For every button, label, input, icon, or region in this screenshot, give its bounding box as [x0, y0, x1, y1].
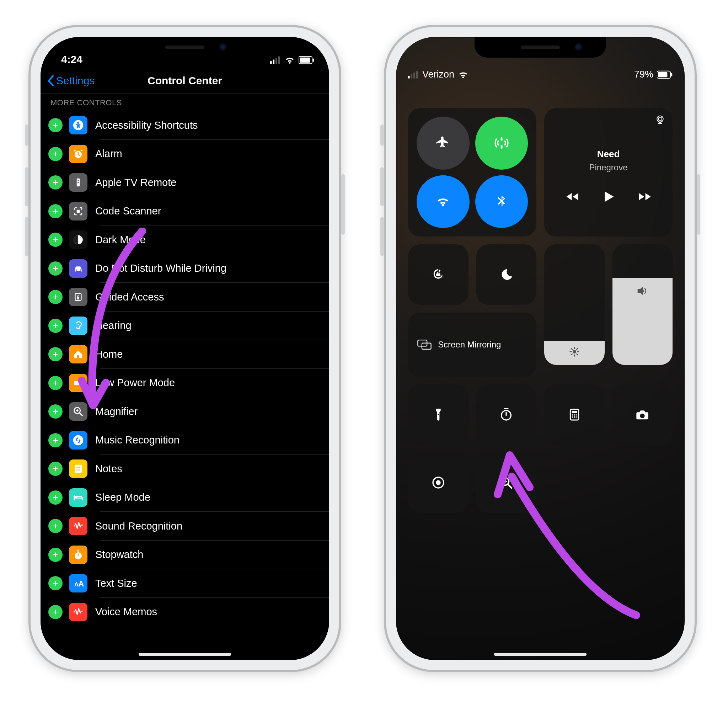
mute-switch — [25, 124, 29, 146]
volume-down-button — [380, 217, 384, 256]
svg-point-45 — [657, 116, 663, 122]
svg-line-72 — [508, 484, 511, 488]
volume-slider[interactable] — [612, 244, 673, 365]
add-button[interactable] — [48, 233, 62, 247]
control-row[interactable]: Home — [40, 340, 329, 369]
volume-icon — [635, 284, 649, 298]
add-button[interactable] — [48, 548, 62, 562]
cellular-icon — [270, 55, 281, 65]
control-row[interactable]: Magnifier — [40, 397, 329, 426]
now-playing-tile[interactable]: Need Pinegrove — [544, 108, 673, 237]
screen-record-tile[interactable] — [408, 453, 468, 513]
control-row[interactable]: Sleep Mode — [40, 483, 329, 512]
control-row[interactable]: Voice Memos — [40, 598, 329, 627]
control-label: Guided Access — [95, 291, 164, 303]
add-button[interactable] — [48, 118, 62, 132]
svg-point-16 — [79, 269, 81, 270]
flashlight-tile[interactable] — [408, 385, 468, 445]
connectivity-tile[interactable] — [408, 108, 536, 237]
add-button[interactable] — [48, 605, 62, 619]
add-button[interactable] — [48, 319, 62, 333]
cellular-data-toggle[interactable] — [475, 117, 528, 170]
control-label: Magnifier — [95, 406, 137, 418]
home-indicator[interactable] — [494, 653, 586, 656]
control-center-panel: Need Pinegrove Screen Mirroring — [408, 108, 673, 513]
control-label: Stopwatch — [95, 549, 143, 561]
volume-down-button — [25, 217, 29, 256]
side-button — [341, 174, 345, 235]
back-button[interactable]: Settings — [40, 75, 95, 87]
control-label: Dark Mode — [95, 234, 146, 246]
screen-mirroring-tile[interactable]: Screen Mirroring — [408, 312, 536, 377]
control-row[interactable]: Accessibility Shortcuts — [40, 111, 329, 140]
control-row[interactable]: Music Recognition — [40, 426, 329, 455]
svg-line-24 — [79, 413, 82, 416]
wave-icon — [69, 517, 87, 535]
control-row[interactable]: Hearing — [40, 312, 329, 340]
bluetooth-toggle[interactable] — [475, 175, 528, 228]
wifi-icon — [285, 55, 295, 65]
rewind-button[interactable] — [565, 189, 579, 204]
control-row[interactable]: Dark Mode — [40, 226, 329, 254]
magnifier-tile[interactable] — [476, 453, 537, 513]
battery-icon — [69, 374, 87, 392]
add-button[interactable] — [48, 347, 62, 361]
airplay-icon[interactable] — [655, 114, 666, 125]
svg-rect-44 — [671, 73, 673, 76]
svg-point-64 — [574, 414, 575, 416]
add-button[interactable] — [48, 462, 62, 476]
add-button[interactable] — [48, 576, 62, 590]
calculator-tile[interactable] — [544, 385, 605, 445]
phone-left-screen: 4:24 Settings Control Center MORE CONTRO… — [40, 37, 329, 660]
control-row[interactable]: Low Power Mode — [40, 369, 329, 398]
cellular-icon — [408, 69, 419, 80]
add-button[interactable] — [48, 204, 62, 218]
control-row[interactable]: Apple TV Remote — [40, 168, 329, 197]
svg-point-11 — [78, 180, 79, 181]
phone-left: 4:24 Settings Control Center MORE CONTRO… — [29, 25, 341, 672]
svg-rect-18 — [77, 297, 79, 299]
play-button[interactable] — [601, 189, 616, 204]
wifi-toggle[interactable] — [417, 175, 469, 228]
add-button[interactable] — [48, 376, 62, 390]
control-row[interactable]: Stopwatch — [40, 541, 329, 570]
camera-tile[interactable] — [612, 385, 673, 445]
add-button[interactable] — [48, 262, 62, 276]
control-row[interactable]: Do Not Disturb While Driving — [40, 254, 329, 283]
add-button[interactable] — [48, 433, 62, 447]
brightness-slider[interactable] — [544, 244, 605, 365]
add-button[interactable] — [48, 490, 62, 505]
forward-button[interactable] — [638, 189, 652, 204]
add-button[interactable] — [48, 404, 62, 419]
add-button[interactable] — [48, 175, 62, 189]
control-row[interactable]: Alarm — [40, 140, 329, 169]
control-label: Code Scanner — [95, 205, 161, 217]
control-row[interactable]: Notes — [40, 454, 329, 483]
add-button[interactable] — [48, 519, 62, 533]
svg-point-27 — [73, 435, 83, 445]
svg-rect-28 — [75, 465, 82, 473]
control-row[interactable]: Sound Recognition — [40, 512, 329, 541]
do-not-disturb-toggle[interactable] — [476, 244, 537, 305]
bed-icon — [69, 488, 87, 507]
control-label: Accessibility Shortcuts — [95, 120, 198, 131]
timer-tile[interactable] — [476, 385, 537, 445]
airplane-mode-toggle[interactable] — [417, 117, 469, 170]
svg-text:A: A — [78, 579, 84, 588]
control-label: Notes — [95, 463, 122, 475]
home-indicator[interactable] — [139, 653, 231, 656]
music-title: Need — [597, 149, 620, 160]
svg-rect-35 — [77, 550, 79, 551]
orientation-lock-toggle[interactable] — [408, 244, 468, 305]
svg-point-66 — [572, 416, 573, 418]
remote-icon — [69, 173, 87, 192]
ear-icon — [69, 317, 87, 335]
control-row[interactable]: AA Text Size — [40, 569, 329, 598]
svg-rect-40 — [413, 72, 415, 79]
add-button[interactable] — [48, 147, 62, 161]
control-row[interactable]: Guided Access — [40, 283, 329, 312]
svg-point-46 — [658, 117, 662, 121]
control-row[interactable]: Code Scanner — [40, 197, 329, 226]
cc-status-bar: Verizon 79% — [396, 69, 685, 80]
add-button[interactable] — [48, 290, 62, 304]
